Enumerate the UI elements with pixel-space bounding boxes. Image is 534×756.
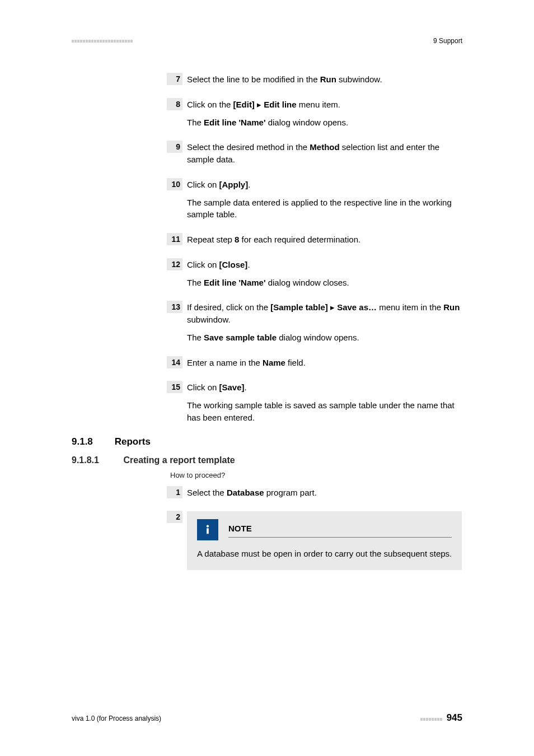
step-row: 2 NOTE A database must be open in order … — [167, 511, 462, 570]
step-body: Repeat step 8 for each required determin… — [187, 233, 360, 246]
step-body: Click on [Close].The Edit line 'Name' di… — [187, 258, 349, 289]
step-body: Select the desired method in the Method … — [187, 141, 462, 166]
step-body: Select the Database program part. — [187, 486, 317, 499]
step-line: Click on [Apply]. — [187, 179, 462, 191]
steps-list-a: 7Select the line to be modified in the R… — [72, 73, 462, 424]
heading-9181-num: 9.1.8.1 — [72, 455, 121, 465]
step-number: 9 — [167, 141, 182, 153]
step-row: 14Enter a name in the Name field. — [167, 356, 462, 369]
heading-918-num: 9.1.8 — [72, 436, 112, 447]
heading-9181-title: Creating a report template — [123, 455, 235, 465]
step-row: 9Select the desired method in the Method… — [167, 141, 462, 166]
step-line: The Save sample table dialog window open… — [187, 332, 462, 344]
step-number: 14 — [167, 356, 182, 368]
step-number: 8 — [167, 98, 182, 110]
step-row: 15Click on [Save].The working sample tab… — [167, 381, 462, 423]
step-row: 11Repeat step 8 for each required determ… — [167, 233, 462, 246]
steps-list-b: 1Select the Database program part. — [72, 486, 462, 499]
note-title: NOTE — [228, 522, 452, 538]
step-line: Select the Database program part. — [187, 487, 317, 499]
header-section: 9 Support — [433, 37, 462, 45]
step-number: 13 — [167, 301, 182, 313]
step-row: 1Select the Database program part. — [167, 486, 462, 499]
svg-point-0 — [207, 525, 209, 528]
heading-918-title: Reports — [115, 436, 151, 447]
step-number: 11 — [167, 233, 182, 245]
step-body: Click on the [Edit] ▸ Edit line menu ite… — [187, 98, 348, 129]
heading-918: 9.1.8 Reports 9.1.8.1 Creating a report … — [72, 436, 462, 465]
page-footer: viva 1.0 (for Process analysis) 945 — [72, 712, 462, 724]
page-number: 945 — [447, 712, 462, 724]
note-box: NOTE A database must be open in order to… — [187, 511, 462, 570]
footer-left: viva 1.0 (for Process analysis) — [72, 715, 161, 722]
page-header: 9 Support — [72, 37, 462, 45]
step-row: 12Click on [Close].The Edit line 'Name' … — [167, 258, 462, 289]
step-body: Enter a name in the Name field. — [187, 356, 306, 369]
step-line: If desired, click on the [Sample table] … — [187, 301, 462, 326]
step-line: The sample data entered is applied to th… — [187, 197, 462, 221]
step-line: Select the line to be modified in the Ru… — [187, 73, 382, 86]
step-body: Click on [Apply].The sample data entered… — [187, 178, 462, 221]
step-row: 7Select the line to be modified in the R… — [167, 73, 462, 86]
how-to-proceed: How to proceed? — [170, 471, 462, 479]
step-line: The Edit line 'Name' dialog window opens… — [187, 116, 348, 129]
step-row: 13If desired, click on the [Sample table… — [167, 301, 462, 343]
step-number: 10 — [167, 178, 182, 190]
step-row: 10Click on [Apply].The sample data enter… — [167, 178, 462, 221]
svg-rect-1 — [207, 529, 209, 534]
header-decor-dashes — [72, 40, 133, 43]
step-body: If desired, click on the [Sample table] … — [187, 301, 462, 343]
step-line: Repeat step 8 for each required determin… — [187, 234, 360, 246]
step-number: 1 — [167, 486, 182, 498]
step-body: Click on [Save].The working sample table… — [187, 381, 462, 423]
step-line: Click on [Save]. — [187, 381, 462, 394]
step-line: Enter a name in the Name field. — [187, 357, 306, 369]
step-number: 2 — [167, 511, 182, 523]
step-line: Click on the [Edit] ▸ Edit line menu ite… — [187, 99, 348, 111]
step-number: 12 — [167, 258, 182, 270]
step-line: The Edit line 'Name' dialog window close… — [187, 277, 349, 289]
step-number: 15 — [167, 381, 182, 393]
footer-decor-dashes — [420, 718, 442, 721]
step-line: The working sample table is saved as sam… — [187, 399, 462, 424]
note-body: A database must be open in order to carr… — [197, 548, 452, 560]
step-line: Click on [Close]. — [187, 259, 349, 271]
step-body: Select the line to be modified in the Ru… — [187, 73, 382, 86]
info-icon — [197, 519, 218, 540]
step-number: 7 — [167, 73, 182, 85]
step-row: 8Click on the [Edit] ▸ Edit line menu it… — [167, 98, 462, 129]
step-line: Select the desired method in the Method … — [187, 141, 462, 166]
